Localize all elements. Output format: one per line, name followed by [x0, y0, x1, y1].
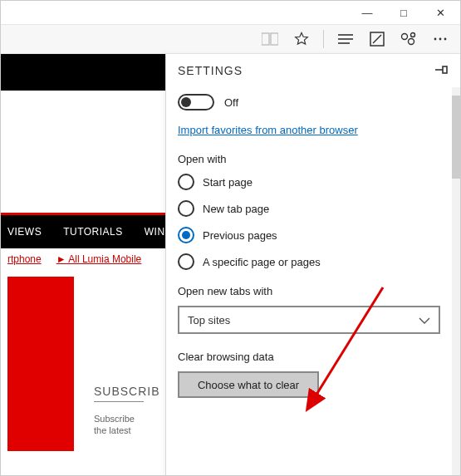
radio-label: A specific page or pages — [203, 256, 321, 268]
radio-label: Start page — [203, 176, 253, 189]
toggle-label: Off — [224, 96, 238, 109]
svg-point-8 — [409, 39, 414, 45]
radio-icon — [178, 227, 194, 243]
radio-previous-pages[interactable]: Previous pages — [178, 227, 440, 243]
svg-rect-14 — [443, 66, 447, 73]
window-controls: — □ ✕ — [1, 1, 460, 24]
radio-new-tab-page[interactable]: New tab page — [178, 200, 440, 217]
svg-line-6 — [373, 35, 381, 43]
svg-point-12 — [444, 38, 447, 41]
browser-toolbar — [1, 24, 460, 54]
settings-title: SETTINGS — [178, 64, 243, 77]
svg-point-9 — [411, 33, 415, 37]
settings-body: Off Import favorites from another browse… — [166, 87, 452, 475]
toggle-track[interactable] — [178, 94, 214, 110]
reading-view-icon[interactable] — [260, 29, 280, 49]
toolbar-separator — [323, 30, 324, 48]
page-sidebar-ad — [7, 277, 74, 451]
svg-point-11 — [439, 38, 442, 41]
settings-header: SETTINGS — [166, 54, 460, 87]
nav-item-views[interactable]: VIEWS — [7, 226, 42, 238]
nav-item-tutorials[interactable]: TUTORIALS — [63, 226, 123, 238]
link-rtphone[interactable]: rtphone — [7, 253, 42, 265]
open-tabs-label: Open new tabs with — [178, 285, 440, 297]
svg-rect-1 — [271, 33, 278, 45]
radio-specific-page[interactable]: A specific page or pages — [178, 253, 440, 270]
open-tabs-select[interactable]: Top sites — [178, 306, 440, 334]
radio-start-page[interactable]: Start page — [178, 174, 440, 190]
select-value: Top sites — [188, 314, 230, 326]
subscribe-heading-2: SUBSCRIB — [94, 385, 144, 402]
toggle-knob — [181, 97, 191, 107]
radio-label: New tab page — [203, 203, 269, 215]
favorites-star-icon[interactable] — [292, 29, 311, 49]
chevron-down-icon — [419, 314, 430, 326]
close-button[interactable]: ✕ — [432, 7, 449, 19]
button-label: Choose what to clear — [198, 379, 299, 391]
pane-scrollbar[interactable] — [452, 87, 460, 475]
import-favorites-link[interactable]: Import favorites from another browser — [178, 124, 440, 136]
choose-what-to-clear-button[interactable]: Choose what to clear — [178, 371, 319, 398]
radio-icon — [178, 200, 194, 217]
radio-icon — [178, 253, 194, 270]
webnote-icon[interactable] — [367, 29, 387, 49]
hub-icon[interactable] — [336, 29, 356, 49]
link-lumia[interactable]: ► All Lumia Mobile — [56, 253, 142, 265]
radio-label: Previous pages — [203, 229, 277, 242]
radio-icon — [178, 174, 194, 190]
svg-point-10 — [434, 38, 437, 41]
clear-data-label: Clear browsing data — [178, 351, 440, 363]
pane-scroll-thumb[interactable] — [452, 96, 460, 179]
svg-point-7 — [402, 34, 408, 40]
settings-pane: SETTINGS Off Import favorites from anoth… — [165, 54, 460, 475]
svg-rect-0 — [262, 33, 269, 45]
more-icon[interactable] — [430, 29, 450, 49]
pin-icon[interactable] — [435, 64, 449, 78]
maximize-button[interactable]: □ — [395, 7, 412, 19]
open-with-label: Open with — [178, 153, 440, 165]
favorites-bar-toggle[interactable]: Off — [178, 94, 440, 110]
minimize-button[interactable]: — — [359, 7, 375, 19]
share-icon[interactable] — [399, 29, 419, 49]
